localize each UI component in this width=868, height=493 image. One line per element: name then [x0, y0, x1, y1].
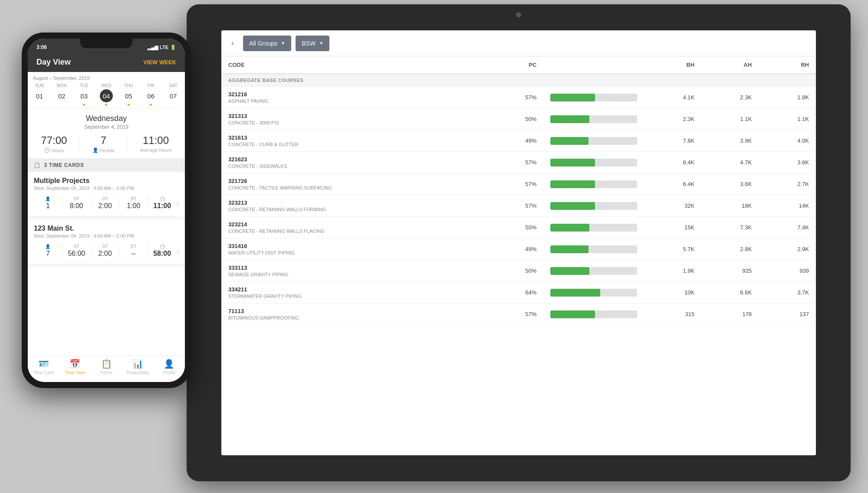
table-row: 71113BITUMINOUS DAMPPROOFING 57% 315 178…	[221, 304, 816, 325]
tablet-screen: ‹ All Groups ▼ BSW ▼ CODE PC BH AH	[221, 30, 816, 455]
card-ot: OT 2:00	[91, 196, 119, 210]
day-name-label: FRI	[148, 83, 155, 88]
bh-cell: 4.1K	[644, 87, 701, 108]
rh-cell: 2.7K	[759, 173, 816, 195]
day-info: Wednesday September 4, 2019 77:00 🕐 Hour…	[28, 109, 185, 159]
day-name-label: TUE	[80, 83, 89, 88]
day-name-label: MON	[57, 83, 67, 88]
pc-cell: 57%	[485, 195, 544, 217]
phone-header: Day View VIEW WEEK	[28, 54, 185, 72]
st-value: 56:00	[68, 250, 85, 258]
nav-label: Productivity	[127, 370, 149, 375]
calendar-day[interactable]: THU 05	[122, 83, 135, 106]
nav-item-profile[interactable]: 👤 Profile	[154, 359, 185, 375]
clock-icon: 🕐	[44, 147, 50, 153]
day-dot	[128, 104, 130, 106]
bh-cell: 6.4K	[644, 173, 701, 195]
dt-label: DT	[131, 244, 136, 249]
nav-item-productivity[interactable]: 📊 Productivity	[122, 359, 153, 375]
dt-value: 1:00	[127, 202, 140, 210]
day-number: 05	[122, 89, 135, 102]
day-dot	[83, 104, 85, 106]
pc-cell: 57%	[485, 152, 544, 173]
table-row: 321726CONCRETE - TACTILE WARNING SURFACI…	[221, 173, 816, 195]
day-name-label: THU	[124, 83, 133, 88]
phone-device: 3:06 ▂▄▆ LTE 🔋 Day View VIEW WEEK August…	[22, 33, 191, 388]
hours-label: 🕐 Hours	[44, 147, 64, 153]
calendar-day[interactable]: MON 02	[55, 83, 68, 106]
code-cell: 321726CONCRETE - TACTILE WARNING SURFACI…	[221, 173, 485, 195]
groups-arrow-icon: ▼	[281, 41, 285, 46]
nav-icon: 🪪	[38, 359, 49, 369]
calendar-day[interactable]: TUE 03	[78, 83, 91, 106]
ah-cell: 3.9K	[701, 130, 759, 152]
bar-cell	[543, 130, 644, 152]
nav-label: Time View	[65, 370, 85, 375]
pc-cell: 50%	[485, 108, 544, 130]
day-stats: 77:00 🕐 Hours 7 👤 People 11:00	[35, 134, 178, 153]
pc-cell: 64%	[485, 282, 544, 304]
rh-cell: 3.7K	[759, 282, 816, 304]
calendar-day[interactable]: FRI 06	[145, 83, 158, 106]
bottom-nav: 🪪 Time Card 📅 Time View 📋 Forms 📊 Produc…	[28, 356, 185, 382]
card-date: Wed, September 04, 2019 · 9:00 AM – 5:00…	[34, 233, 179, 238]
time-card[interactable]: 123 Main St. Wed, September 04, 2019 · 9…	[28, 219, 185, 267]
stat-divider-2	[127, 134, 128, 153]
bh-cell: 5.7K	[644, 238, 701, 260]
people-value: 7	[46, 250, 50, 258]
tablet-camera	[516, 12, 521, 17]
calendar-day[interactable]: SUN 01	[33, 83, 46, 106]
nav-icon: 📅	[69, 359, 80, 369]
avg-label: Average Hours	[140, 147, 171, 153]
code-cell: 331416WATER UTILITY DIST. PIPING	[221, 238, 485, 260]
bar-cell	[543, 195, 644, 217]
st-value: 8:00	[70, 202, 83, 210]
col-ah: AH	[701, 56, 759, 74]
hours-stat: 77:00 🕐 Hours	[41, 134, 67, 153]
card-arrow-icon[interactable]: ›	[176, 246, 179, 255]
groups-dropdown[interactable]: All Groups ▼	[243, 36, 291, 51]
back-button[interactable]: ‹	[227, 37, 239, 49]
filter-dropdown[interactable]: BSW ▼	[296, 36, 329, 51]
day-name-label: WED	[101, 83, 111, 88]
hours-value: 77:00	[41, 134, 67, 147]
people-value: 7	[101, 134, 106, 147]
table-row: 333113SEWAGE GRAVITY PIPING 50% 1.9K 925…	[221, 260, 816, 282]
timecards-icon: 📋	[34, 162, 41, 168]
code-cell: 321313CONCRETE - 3000 PSI	[221, 108, 485, 130]
calendar-day[interactable]: SAT 07	[167, 83, 180, 106]
ot-value: 2:00	[98, 250, 112, 258]
bh-cell: 32K	[644, 195, 701, 217]
total-value: 58:00	[153, 250, 171, 258]
data-table: CODE PC BH AH RH AGGREGATE BASE COURSES …	[221, 56, 816, 325]
nav-item-time-view[interactable]: 📅 Time View	[59, 359, 90, 375]
pc-cell: 49%	[485, 130, 544, 152]
card-arrow-icon[interactable]: ›	[176, 199, 179, 208]
col-code: CODE	[221, 56, 485, 74]
bh-cell: 10K	[644, 282, 701, 304]
card-total: 🕐 58:00	[148, 244, 176, 258]
table-row: 334211STORMWATER GRAVITY PIPING 64% 10K …	[221, 282, 816, 304]
day-number: 01	[33, 89, 46, 102]
ah-cell: 2.3K	[701, 87, 759, 108]
nav-item-forms[interactable]: 📋 Forms	[91, 359, 122, 375]
table-row: 321623CONCRETE - SIDEWALKS 57% 8.4K 4.7K…	[221, 152, 816, 173]
time-card[interactable]: Multiple Projects Wed, September 04, 201…	[28, 172, 185, 219]
calendar-day[interactable]: WED 04	[100, 83, 113, 106]
rh-cell: 2.9K	[759, 238, 816, 260]
bar-cell	[543, 152, 644, 173]
rh-cell: 939	[759, 260, 816, 282]
avg-stat: 11:00 Average Hours	[140, 134, 171, 153]
day-dot	[105, 104, 107, 106]
ah-cell: 1.1K	[701, 108, 759, 130]
bar-cell	[543, 260, 644, 282]
view-week-button[interactable]: VIEW WEEK	[143, 59, 176, 65]
ah-cell: 6.6K	[701, 282, 759, 304]
bh-cell: 2.3K	[644, 108, 701, 130]
pc-cell: 50%	[485, 217, 544, 238]
card-total: 🕐 11:00	[148, 196, 176, 210]
table-row: 321216ASPHALT PAVING 57% 4.1K 2.3K 1.8K	[221, 87, 816, 108]
rh-cell: 3.6K	[759, 152, 816, 173]
card-people: 👤 7	[34, 244, 62, 258]
nav-item-time-card[interactable]: 🪪 Time Card	[28, 359, 59, 375]
